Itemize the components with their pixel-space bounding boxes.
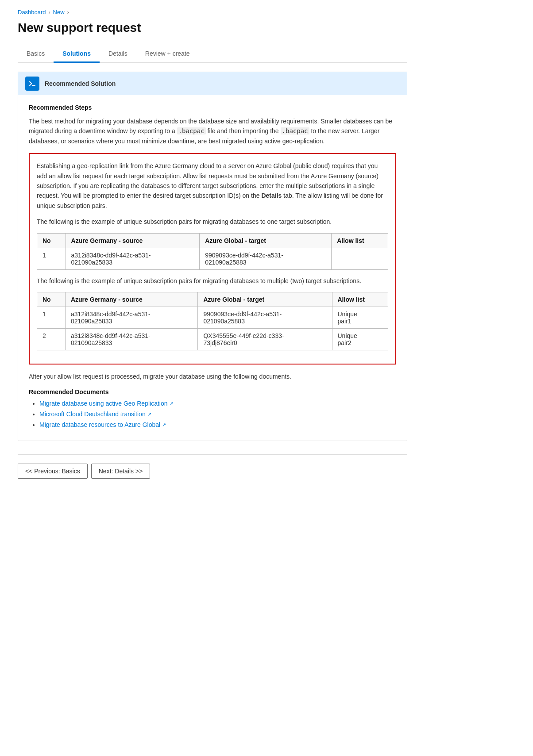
table2-col-target: Azure Global - target (198, 292, 332, 307)
bacpac-code-2: .bacpac (281, 127, 309, 134)
table2-col-allow: Allow list (332, 292, 388, 307)
tabs-container: Basics Solutions Details Review + create (18, 46, 407, 63)
list-item: Migrate database resources to Azure Glob… (39, 421, 396, 428)
table2-r1-source: a312i8348c-dd9f-442c-a531-021090a25833 (65, 307, 198, 328)
table2-wrapper: No Azure Germany - source Azure Global -… (37, 292, 388, 350)
tab-solutions[interactable]: Solutions (54, 46, 100, 63)
subscription-table-1: No Azure Germany - source Azure Global -… (37, 233, 388, 270)
table1-r1-no: 1 (37, 248, 66, 269)
table1-col-source: Azure Germany - source (66, 233, 200, 248)
table2-r2-allow: Uniquepair2 (332, 328, 388, 350)
next-button[interactable]: Next: Details >> (91, 464, 151, 479)
tab-basics[interactable]: Basics (18, 46, 54, 63)
table2-r2-source: a312i8348c-dd9f-442c-a531-021090a25833 (65, 328, 198, 350)
geo-para-3: The following is the example of unique s… (37, 276, 388, 286)
solution-icon (25, 77, 39, 91)
external-link-icon-1: ↗ (170, 401, 174, 407)
doc-list: Migrate database using active Geo Replic… (29, 400, 396, 428)
tab-details[interactable]: Details (100, 46, 136, 63)
table2-row-1: 1 a312i8348c-dd9f-442c-a531-021090a25833… (37, 307, 388, 328)
solution-body: Recommended Steps The best method for mi… (18, 95, 407, 441)
page-title: New support request (18, 21, 407, 35)
table1-col-target: Azure Global - target (200, 233, 332, 248)
table2-col-source: Azure Germany - source (65, 292, 198, 307)
geo-para-1: Establishing a geo-replication link from… (37, 161, 388, 211)
tab-review-create[interactable]: Review + create (136, 46, 199, 63)
table1-col-allow: Allow list (332, 233, 388, 248)
subscription-table-2: No Azure Germany - source Azure Global -… (37, 292, 388, 350)
table1-r1-source: a312i8348c-dd9f-442c-a531-021090a25833 (66, 248, 200, 269)
table2-row-2: 2 a312i8348c-dd9f-442c-a531-021090a25833… (37, 328, 388, 350)
table1-r1-allow (332, 248, 388, 269)
doc-link-2[interactable]: Microsoft Cloud Deutschland transition ↗ (39, 411, 151, 418)
table1-header-row: No Azure Germany - source Azure Global -… (37, 233, 388, 248)
table1-row-1: 1 a312i8348c-dd9f-442c-a531-021090a25833… (37, 248, 388, 269)
table1-r1-target: 9909093ce-dd9f-442c-a531-021090a25883 (200, 248, 332, 269)
table1-col-no: No (37, 233, 66, 248)
breadcrumb-dashboard[interactable]: Dashboard (18, 9, 46, 15)
footer-buttons: << Previous: Basics Next: Details >> (18, 454, 407, 479)
table2-r1-target: 9909093ce-dd9f-442c-a531-021090a25883 (198, 307, 332, 328)
geo-para-2: The following is the example of unique s… (37, 217, 388, 226)
breadcrumb: Dashboard › New › (18, 9, 407, 15)
list-item: Microsoft Cloud Deutschland transition ↗ (39, 411, 396, 418)
table2-r2-target: QX345555e-449f-e22d-c333-73jdj876eir0 (198, 328, 332, 350)
after-allow-text: After your allow list request is process… (29, 372, 396, 381)
table2-header-row: No Azure Germany - source Azure Global -… (37, 292, 388, 307)
recommended-steps-title: Recommended Steps (29, 104, 396, 111)
solution-card: Recommended Solution Recommended Steps T… (18, 72, 407, 441)
bacpac-code-1: .bacpac (177, 127, 206, 134)
breadcrumb-new[interactable]: New (53, 9, 65, 15)
table2-r1-no: 1 (37, 307, 66, 328)
list-item: Migrate database using active Geo Replic… (39, 400, 396, 407)
external-link-icon-2: ↗ (147, 411, 151, 417)
doc-link-3[interactable]: Migrate database resources to Azure Glob… (39, 421, 166, 428)
table2-r2-no: 2 (37, 328, 66, 350)
recommended-docs-title: Recommended Documents (29, 388, 396, 395)
table1-wrapper: No Azure Germany - source Azure Global -… (37, 233, 388, 270)
table2-r1-allow: Uniquepair1 (332, 307, 388, 328)
prev-button[interactable]: << Previous: Basics (18, 464, 88, 479)
breadcrumb-sep-1: › (49, 9, 50, 15)
recommended-steps-intro: The best method for migrating your datab… (29, 116, 396, 146)
breadcrumb-sep-2: › (67, 9, 69, 15)
geo-replication-box: Establishing a geo-replication link from… (29, 153, 396, 365)
solution-header-title: Recommended Solution (45, 80, 116, 87)
doc-link-1[interactable]: Migrate database using active Geo Replic… (39, 400, 174, 407)
table2-col-no: No (37, 292, 66, 307)
external-link-icon-3: ↗ (162, 422, 166, 428)
details-bold: Details (261, 192, 282, 199)
solution-header: Recommended Solution (18, 72, 407, 95)
